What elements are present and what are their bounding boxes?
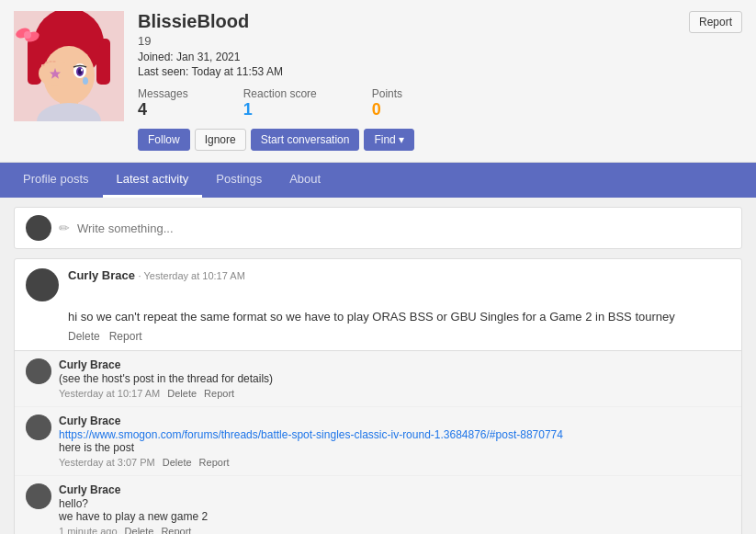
- reply-text-1: (see the host's post in the thread for d…: [59, 372, 730, 385]
- post-delete-link[interactable]: Delete: [68, 330, 100, 343]
- tab-latest-activity[interactable]: Latest activity: [103, 163, 203, 198]
- start-conversation-button[interactable]: Start conversation: [251, 129, 360, 151]
- profile-avatar: [14, 11, 124, 121]
- svg-point-20: [24, 31, 31, 39]
- profile-username: BlissieBlood: [138, 11, 742, 32]
- reply-item: Curly Brace (see the host's post in the …: [15, 351, 741, 407]
- tab-postings[interactable]: Postings: [202, 163, 276, 198]
- write-something-box: ✏: [14, 207, 742, 249]
- reply-1-delete[interactable]: Delete: [167, 388, 197, 399]
- reply-text-3: hello? we have to play a new game 2: [59, 497, 730, 523]
- chevron-down-icon: ▾: [399, 133, 404, 146]
- reply-2-delete[interactable]: Delete: [163, 457, 192, 468]
- post-card: Curly Brace · Yesterday at 10:17 AM hi s…: [14, 258, 742, 534]
- reply-meta-1: Yesterday at 10:17 AM Delete Report: [59, 388, 730, 399]
- main-content: ✏ Curly Brace · Yesterday at 10:17 AM hi…: [0, 198, 756, 534]
- profile-header: BlissieBlood 19 Joined: Jan 31, 2021 Las…: [0, 0, 756, 163]
- post-actions: Delete Report: [15, 328, 741, 350]
- reply-link-2[interactable]: https://www.smogon.com/forums/threads/ba…: [59, 428, 563, 441]
- profile-info: BlissieBlood 19 Joined: Jan 31, 2021 Las…: [138, 11, 742, 151]
- reply-avatar-3: [26, 483, 51, 509]
- post-author-name[interactable]: Curly Brace: [68, 268, 135, 282]
- reply-body-3: Curly Brace hello? we have to play a new…: [59, 483, 730, 534]
- stat-points: Points 0: [372, 87, 402, 119]
- post-text: hi so we can't repeat the same format so…: [15, 310, 741, 328]
- nav-tabs: Profile posts Latest activity Postings A…: [0, 163, 756, 198]
- reply-3-delete[interactable]: Delete: [125, 526, 154, 534]
- post-timestamp: · Yesterday at 10:17 AM: [139, 270, 245, 281]
- reply-item-3: Curly Brace hello? we have to play a new…: [15, 476, 741, 534]
- post-report-link[interactable]: Report: [109, 330, 142, 343]
- profile-stats: Messages 4 Reaction score 1 Points 0: [138, 87, 742, 119]
- tab-about[interactable]: About: [276, 163, 334, 198]
- svg-point-16: [81, 69, 83, 72]
- reply-item-2: Curly Brace https://www.smogon.com/forum…: [15, 407, 741, 476]
- reply-author-1[interactable]: Curly Brace: [59, 358, 730, 371]
- replies-area: Curly Brace (see the host's post in the …: [15, 350, 741, 534]
- reply-author-3[interactable]: Curly Brace: [59, 483, 730, 496]
- reply-3-report[interactable]: Report: [161, 526, 191, 534]
- reply-author-2[interactable]: Curly Brace: [59, 415, 730, 427]
- reply-2-report[interactable]: Report: [199, 457, 230, 468]
- reply-avatar-1: [26, 358, 51, 384]
- pencil-icon: ✏: [59, 221, 70, 235]
- reply-body-2: Curly Brace https://www.smogon.com/forum…: [59, 415, 730, 468]
- reply-body-1: Curly Brace (see the host's post in the …: [59, 358, 730, 399]
- svg-point-21: [83, 77, 88, 85]
- reply-1-report[interactable]: Report: [204, 388, 234, 399]
- tab-profile-posts[interactable]: Profile posts: [9, 163, 103, 198]
- post-header: Curly Brace · Yesterday at 10:17 AM: [15, 259, 741, 306]
- profile-last-seen: Last seen: Today at 11:53 AM: [138, 65, 742, 78]
- profile-actions: Follow Ignore Start conversation Find ▾: [138, 129, 742, 151]
- profile-age: 19: [138, 34, 742, 48]
- find-button[interactable]: Find ▾: [364, 129, 413, 151]
- ignore-button[interactable]: Ignore: [195, 129, 246, 151]
- profile-joined: Joined: Jan 31, 2021: [138, 51, 742, 63]
- reply-avatar-2: [26, 415, 51, 440]
- reply-text-2: https://www.smogon.com/forums/threads/ba…: [59, 428, 730, 454]
- current-user-avatar: [26, 215, 51, 241]
- write-something-input[interactable]: [77, 222, 730, 235]
- post-author-avatar: [26, 268, 59, 301]
- report-button[interactable]: Report: [689, 11, 742, 33]
- post-body: Curly Brace · Yesterday at 10:17 AM: [68, 268, 730, 282]
- follow-button[interactable]: Follow: [138, 129, 190, 151]
- stat-reaction: Reaction score 1: [243, 87, 317, 119]
- reply-meta-3: 1 minute ago Delete Report: [59, 526, 730, 534]
- stat-messages: Messages 4: [138, 87, 188, 119]
- reply-meta-2: Yesterday at 3:07 PM Delete Report: [59, 457, 730, 468]
